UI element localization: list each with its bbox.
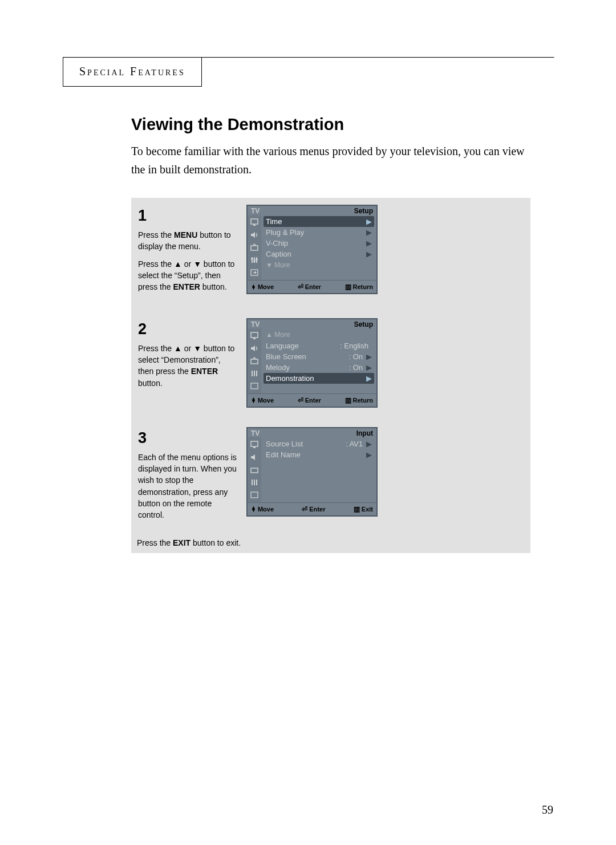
txt: Press the bbox=[138, 230, 174, 239]
step-1: 1 Press the MENU button to display the m… bbox=[137, 202, 525, 301]
arrow-right-icon: ▶ bbox=[366, 239, 372, 247]
osd-value: : On bbox=[348, 352, 363, 361]
osd-sidebar-icons bbox=[248, 437, 261, 502]
osd-label: Time bbox=[266, 217, 366, 226]
updown-icon: ▲▼ bbox=[251, 506, 256, 511]
svg-rect-19 bbox=[251, 468, 258, 473]
arrow-right-icon: ▶ bbox=[366, 352, 372, 361]
sound-icon bbox=[250, 344, 259, 352]
page-heading: Viewing the Demonstration bbox=[131, 115, 530, 134]
picture-icon bbox=[250, 441, 259, 449]
foot-return: Return bbox=[353, 283, 373, 290]
svg-rect-20 bbox=[252, 480, 253, 485]
osd-value: : English bbox=[340, 342, 368, 350]
foot-return: Return bbox=[353, 397, 373, 404]
txt: Each of the menu options is displayed in… bbox=[138, 452, 237, 521]
updown-icon: ▲▼ bbox=[251, 397, 256, 403]
step-3: 3 Each of the menu options is displayed … bbox=[137, 425, 525, 529]
svg-rect-4 bbox=[254, 257, 255, 263]
osd-footer: ▲▼Move ⏎Enter ▥Return bbox=[248, 280, 376, 293]
down-triangle-icon: ▼ bbox=[193, 344, 201, 353]
svg-rect-6 bbox=[251, 258, 253, 259]
osd-row-language[interactable]: Language: English bbox=[264, 340, 374, 351]
osd-row-empty bbox=[264, 471, 374, 482]
up-triangle-icon: ▲ bbox=[174, 344, 182, 353]
arrow-right-icon: ▶ bbox=[366, 440, 372, 448]
osd-row-plugplay[interactable]: Plug & Play▶ bbox=[264, 227, 374, 238]
setup-icon bbox=[250, 256, 259, 264]
osd-tv-label: TV bbox=[251, 320, 260, 328]
foot-enter: Enter bbox=[305, 283, 321, 290]
menu-icon: ▥ bbox=[354, 505, 360, 513]
intro-text: To become familiar with the various menu… bbox=[131, 142, 530, 178]
osd-row-more[interactable]: ▲ More bbox=[264, 330, 374, 340]
step-number: 1 bbox=[138, 205, 237, 227]
osd-sidebar-icons bbox=[248, 328, 261, 393]
osd-value: : On bbox=[348, 363, 363, 372]
osd-row-bluescreen[interactable]: Blue Screen: On▶ bbox=[264, 351, 374, 362]
svg-rect-21 bbox=[254, 480, 255, 485]
enter-icon: ⏎ bbox=[302, 505, 307, 513]
osd-panel-2: TV Setup ▲ More Language bbox=[246, 318, 378, 408]
picture-icon bbox=[250, 218, 259, 226]
osd-row-more[interactable]: ▼ More bbox=[264, 259, 374, 270]
foot-enter: Enter bbox=[305, 397, 321, 404]
osd-panel-3: TV Input Source List: AV1▶ bbox=[246, 427, 378, 517]
step-text: Each of the menu options is displayed in… bbox=[138, 452, 237, 521]
enter-icon: ⏎ bbox=[298, 283, 303, 291]
osd-row-melody[interactable]: Melody: On▶ bbox=[264, 362, 374, 373]
step-number: 3 bbox=[138, 427, 237, 449]
input-icon bbox=[250, 382, 259, 390]
osd-footer: ▲▼Move ⏎Enter ▥Return bbox=[248, 393, 376, 407]
osd-row-demonstration[interactable]: Demonstration▶ bbox=[264, 373, 374, 384]
setup-icon bbox=[250, 478, 259, 486]
osd-row-sourcelist[interactable]: Source List: AV1▶ bbox=[264, 438, 374, 449]
step-text: Press the MENU button to display the men… bbox=[138, 229, 237, 292]
osd-more: ▲ More bbox=[266, 331, 290, 339]
sound-icon bbox=[250, 453, 259, 461]
osd-title: Setup bbox=[354, 320, 373, 328]
down-triangle-icon: ▼ bbox=[193, 259, 201, 269]
txt: or bbox=[182, 344, 193, 353]
txt: or bbox=[182, 259, 193, 269]
txt: button. bbox=[138, 379, 163, 388]
arrow-right-icon: ▶ bbox=[366, 363, 372, 372]
sound-icon bbox=[250, 231, 259, 239]
enter-icon: ⏎ bbox=[298, 396, 303, 404]
arrow-right-icon: ▶ bbox=[366, 250, 372, 258]
osd-tv-label: TV bbox=[251, 207, 260, 215]
osd-row-editname[interactable]: Edit Name▶ bbox=[264, 449, 374, 460]
channel-icon bbox=[250, 243, 259, 251]
osd-label: Demonstration bbox=[266, 374, 366, 383]
section-header-box: Special Features bbox=[63, 57, 202, 87]
step-2: 2 Press the ▲ or ▼ button to select “Dem… bbox=[137, 316, 525, 410]
svg-rect-18 bbox=[253, 447, 256, 448]
foot-move: Move bbox=[258, 397, 274, 404]
txt-bold: EXIT bbox=[173, 538, 191, 547]
steps-container: 1 Press the MENU button to display the m… bbox=[131, 198, 530, 553]
setup-icon bbox=[250, 369, 259, 377]
svg-rect-17 bbox=[251, 441, 258, 446]
menu-icon: ▥ bbox=[345, 283, 351, 291]
osd-row-caption[interactable]: Caption▶ bbox=[264, 249, 374, 259]
osd-row-time[interactable]: Time▶ bbox=[264, 216, 374, 227]
foot-move: Move bbox=[258, 283, 274, 290]
updown-icon: ▲▼ bbox=[251, 285, 256, 290]
arrow-right-icon: ▶ bbox=[366, 217, 372, 226]
page-number: 59 bbox=[542, 803, 553, 816]
svg-rect-14 bbox=[254, 371, 255, 376]
osd-label: Caption bbox=[266, 250, 366, 258]
svg-rect-3 bbox=[252, 257, 253, 263]
svg-rect-16 bbox=[251, 383, 258, 389]
svg-rect-10 bbox=[251, 332, 258, 338]
arrow-right-icon: ▶ bbox=[366, 450, 372, 459]
svg-rect-22 bbox=[256, 480, 257, 485]
osd-tv-label: TV bbox=[251, 429, 260, 437]
step-text: Press the ▲ or ▼ button to select “Demon… bbox=[138, 343, 237, 389]
up-triangle-icon: ▲ bbox=[174, 259, 182, 269]
osd-row-vchip[interactable]: V-Chip▶ bbox=[264, 238, 374, 249]
arrow-right-icon: ▶ bbox=[366, 374, 372, 383]
channel-icon bbox=[250, 357, 259, 365]
osd-title: Input bbox=[356, 429, 373, 437]
txt: button. bbox=[200, 282, 227, 291]
